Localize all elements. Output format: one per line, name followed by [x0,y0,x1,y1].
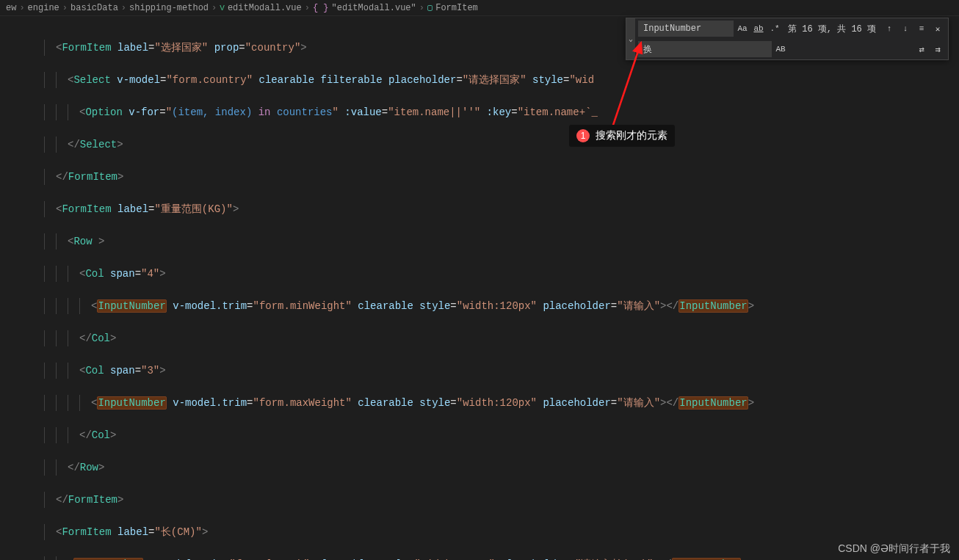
code-line[interactable]: </Select> [44,137,959,153]
crumb-item[interactable]: basicData [70,3,118,13]
code-line[interactable]: </Row> [44,459,959,476]
replace-all-icon[interactable]: ⇉ [930,42,945,57]
code-line[interactable]: </FormItem> [44,169,959,185]
code-line[interactable]: <InputNumber v-model.trim="form.maxWeigh… [44,395,959,411]
code-line[interactable]: <InputNumber v-model.trim="form.minWeigh… [44,298,959,314]
code-line[interactable]: </Col> [44,330,959,346]
crumb-item[interactable]: editModall.vue [228,3,302,13]
code-line[interactable]: <Select v-model="form.country" clearable… [44,72,959,88]
toggle-replace-button[interactable]: ⌄ [626,18,635,59]
brace-icon: { } [313,3,329,13]
code-line[interactable]: </Col> [44,427,959,443]
find-replace-panel: ⌄ InputNumber Aa ab .* 第 16 项, 共 16 项 ↑ … [626,18,949,60]
code-line[interactable]: <Row > [44,233,959,250]
watermark: CSDN @Ə时间行者于我 [838,542,950,556]
code-line[interactable]: <InputNumber v-model.trim="form.length" … [44,556,959,560]
crumb-icon: ▢ [427,2,433,13]
crumb-item[interactable]: engine [28,3,59,13]
annotation-badge: 1 [576,129,590,142]
match-word-icon[interactable]: ab [751,21,766,36]
code-line[interactable]: <Col span="4"> [44,266,959,282]
vue-icon: V [220,4,225,12]
code-editor[interactable]: <FormItem label="选择国家" prop="country"> <… [0,16,959,560]
annotation-text: 搜索刚才的元素 [596,129,667,142]
code-line[interactable]: </FormItem> [44,492,959,508]
match-case-icon[interactable]: Aa [735,21,750,36]
crumb-item[interactable]: shipping-method [129,3,209,13]
crumb-item[interactable]: "editModall.vue" [332,3,416,13]
breadcrumb: ew› engine› basicData› shipping-method› … [0,0,959,16]
find-in-selection-icon[interactable]: ≡ [914,21,929,36]
replace-one-icon[interactable]: ⇄ [914,42,929,57]
crumb-item[interactable]: ew [6,3,16,13]
preserve-case-icon[interactable]: AB [773,42,788,57]
crumb-sep: › [19,3,24,13]
find-status: 第 16 项, 共 16 项 [784,23,880,35]
annotation-label: 1 搜索刚才的元素 [569,125,675,147]
code-line[interactable]: <Col span="3"> [44,363,959,379]
next-match-icon[interactable]: ↓ [898,21,913,36]
replace-input[interactable]: 换 [638,41,772,57]
code-line[interactable]: <FormItem label="长(CM)"> [44,524,959,540]
code-line[interactable]: <FormItem label="重量范围(KG)"> [44,201,959,217]
crumb-item[interactable]: FormItem [435,3,478,13]
close-icon[interactable]: ✕ [930,21,945,36]
regex-icon[interactable]: .* [767,21,782,36]
search-input[interactable]: InputNumber [638,21,734,37]
prev-match-icon[interactable]: ↑ [882,21,897,36]
code-line[interactable]: <Option v-for="(item, index) in countrie… [44,104,959,120]
